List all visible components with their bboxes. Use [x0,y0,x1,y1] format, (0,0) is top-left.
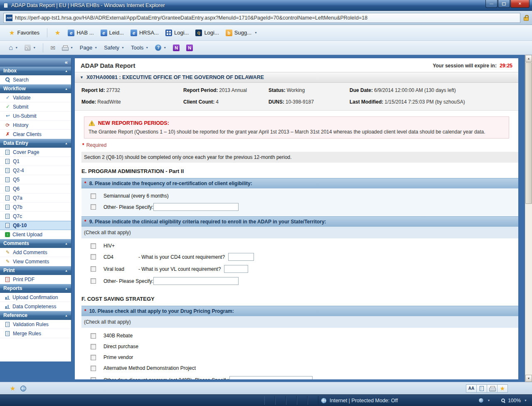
security-zone-indicator[interactable]: Internet | Protected Mode: Off [321,395,398,406]
printer-icon [489,386,495,391]
favorites-quick-button[interactable]: ★ [497,384,508,393]
favorites-button[interactable]: ★ Favorites [5,27,44,38]
cd4-sub-question: - What is your CD4 count requirement? [138,254,225,260]
cd4-count-input[interactable] [228,253,254,261]
home-button[interactable]: ⌂ ▼ [6,42,21,53]
sidebar-item-q7b[interactable]: Q7b [0,203,71,212]
sidebar-item-add-comments[interactable]: ✎ Add Comments [0,248,71,257]
zoom-control[interactable]: 100% ▼ [498,398,530,404]
hiv-checkbox[interactable] [91,243,96,249]
zoom-level: 100% [508,398,521,404]
q8-other-specify-input[interactable] [153,203,239,211]
sidebar-item-merge-rules[interactable]: Merge Rules [0,329,71,338]
page-view-button[interactable] [476,384,487,393]
q9-other-checkbox[interactable] [91,278,96,284]
sidebar-section-inbox[interactable]: Inbox ▲ [0,67,71,75]
field-value: 27732 [106,87,120,93]
help-button[interactable]: ? ▼ [152,42,169,53]
sidebar-item-print-pdf[interactable]: Print PDF [0,275,71,284]
sidebar-item-q2-4[interactable]: Q2-4 [0,166,71,175]
sidebar-item-search[interactable]: Search [0,75,71,84]
sidebar-item-client-upload[interactable]: ↑ Client Upload [0,230,71,239]
direct-purchase-checkbox[interactable] [91,344,96,349]
vertical-scrollbar[interactable]: ▲ ▼ [525,55,532,382]
favorite-item-hab[interactable]: e HAB ... [64,27,97,38]
sidebar-item-unsubmit[interactable]: ↩ Un-Submit [0,111,71,121]
sidebar-section-reports[interactable]: Reports ▲ [0,284,71,293]
sidebar-item-q7c[interactable]: Q7c [0,212,71,221]
safety-menu-button[interactable]: Safety ▼ [101,42,127,53]
add-to-favorites-bar-button[interactable]: ★ [51,27,64,38]
scrollbar-thumb[interactable] [525,62,532,204]
chevron-down-icon: ▼ [254,31,257,34]
sidebar-section-comments[interactable]: Comments ▲ [0,239,71,248]
tools-menu-button[interactable]: Tools ▼ [128,42,151,53]
sidebar-item-q5[interactable]: Q5 [0,175,71,184]
close-button[interactable]: ✕ [510,0,530,8]
sidebar-section-workflow[interactable]: Workflow ▲ [0,84,71,93]
sidebar-item-q8-10[interactable]: Q8-10 [0,221,71,230]
maximize-icon [502,2,506,5]
sidebar-item-clear-clients[interactable]: ✗ Clear Clients [0,130,71,139]
favorite-item-login2[interactable]: Q Logi... [192,27,222,38]
rebate-340b-checkbox[interactable] [91,333,96,339]
read-mail-button[interactable]: ✉ [47,43,58,53]
semiannual-checkbox[interactable] [91,193,96,199]
cd4-checkbox[interactable] [91,254,96,260]
sidebar-item-q7a[interactable]: Q7a [0,193,71,203]
sidebar-collapse-button[interactable]: « [0,58,71,67]
viral-load-checkbox[interactable] [91,266,96,272]
favorite-item-leid[interactable]: e Leid... [97,27,127,38]
sidebar-item-cover-page[interactable]: Cover Page [0,148,71,157]
q8-other-checkbox[interactable] [91,204,96,210]
favorites-star-icon[interactable]: ★ [10,385,15,391]
url-box: ADR [3,13,520,23]
sidebar-item-validation-rules[interactable]: Validation Rules [0,320,71,329]
security-lock-icon[interactable] [524,17,529,21]
internet-zone-globe-icon [321,398,327,404]
session-label: Your session will expire in: [433,63,497,69]
report-id-field: Report Id:27732 [81,87,183,93]
item-label: Cover Page [13,149,39,155]
scroll-up-arrow[interactable]: ▲ [525,55,532,62]
favorite-item-login1[interactable]: Logi... [162,27,192,38]
star-icon: ★ [500,386,505,391]
sidebar-section-data-entry[interactable]: Data Entry ▲ [0,139,71,148]
question-10-block: * 10. Please check all that apply to you… [75,306,518,379]
onenote-send-button[interactable]: N [170,42,182,53]
q10-other-checkbox[interactable] [91,377,96,379]
quick-tabs-control[interactable]: ▼ [476,398,493,403]
sidebar-item-history[interactable]: ⟳ History [0,121,71,130]
print-preview-button[interactable] [487,384,498,393]
sidebar-item-q1[interactable]: Q1 [0,157,71,166]
onenote-linked-notes-button[interactable]: N [183,42,196,53]
favorite-item-hrsa[interactable]: e HRSA... [127,27,162,38]
sidebar-section-reference[interactable]: Reference ▲ [0,311,71,320]
favorite-item-suggested[interactable]: b Sugg... ▼ [222,27,261,38]
alternative-method-checkbox[interactable] [91,366,96,371]
feeds-button[interactable]: ▼ [22,42,39,53]
option-label: Other- Please Specify: [103,204,153,210]
vl-count-input[interactable] [224,265,248,273]
q9-other-specify-input[interactable] [153,277,239,285]
sidebar-item-view-comments[interactable]: ✎ View Comments [0,257,71,266]
page-icon [5,186,10,191]
q10-other-specify-input[interactable] [229,376,313,379]
sidebar-item-data-completeness[interactable]: Data Completeness [0,302,71,311]
item-label: Add Comments [13,250,47,255]
globe-icon[interactable] [20,386,26,391]
scroll-down-arrow[interactable]: ▼ [525,375,532,382]
text-size-button[interactable]: AA [466,384,477,393]
sidebar-item-upload-confirmation[interactable]: Upload Confirmation [0,293,71,302]
grant-header-bar[interactable]: ▼ X07HA00081 : EXECUTIVE OFFICE OF THE G… [75,72,518,83]
sidebar-section-print[interactable]: Print ▲ [0,266,71,275]
maximize-button[interactable] [498,0,510,8]
sidebar-item-q6[interactable]: Q6 [0,184,71,193]
page-menu-button[interactable]: Page ▼ [77,42,100,53]
sidebar-item-validate[interactable]: ✓ Validate [0,93,71,102]
sidebar-item-submit[interactable]: ✓ Submit [0,102,71,111]
minimize-button[interactable]: — [485,0,498,8]
print-button[interactable]: ▼ [59,43,76,52]
prime-vendor-checkbox[interactable] [91,355,96,360]
address-input[interactable] [15,15,518,21]
